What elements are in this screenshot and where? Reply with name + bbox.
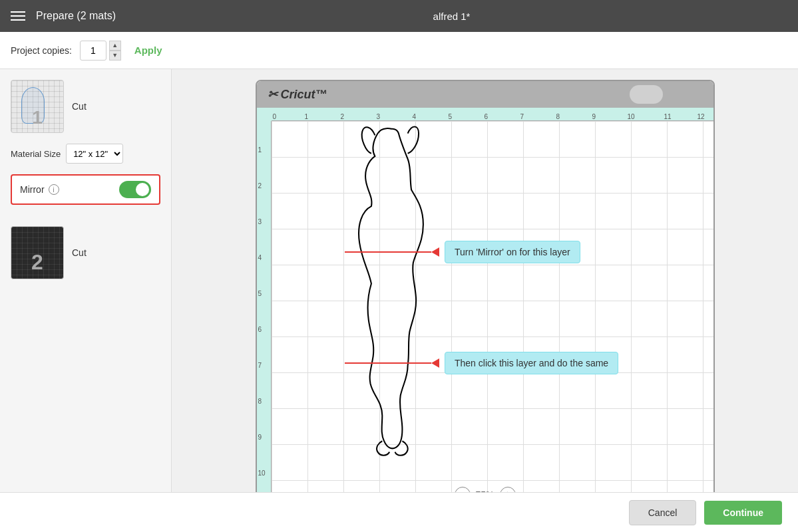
info-icon[interactable]: i [49, 184, 59, 195]
mat-body: 0 1 2 3 4 5 6 7 8 9 10 11 12 1 2 [257, 108, 713, 492]
sidebar: 1 Cut Material Size 12" x 12" 12" x 24" … [0, 69, 172, 492]
mat-label-1: Cut [72, 101, 87, 112]
top-ruler: 0 1 2 3 4 5 6 7 8 9 10 11 12 [272, 108, 713, 121]
header-title: Prepare (2 mats) [36, 10, 116, 22]
ruler-mark-10: 10 [628, 113, 635, 120]
ruler-mark-12: 12 [698, 113, 705, 120]
toggle-slider [119, 181, 151, 198]
ruler-mark-11: 11 [664, 113, 672, 120]
ruler-v-3: 3 [258, 218, 262, 225]
left-ruler: 1 2 3 4 5 6 7 8 9 10 [257, 121, 272, 492]
mirror-label-wrap: Mirror i [20, 184, 59, 195]
ruler-mark-7: 7 [520, 113, 524, 120]
zoom-in-button[interactable]: + [500, 487, 516, 492]
copies-up-button[interactable]: ▲ [109, 41, 121, 51]
zoom-control: − 75% + [454, 487, 515, 492]
ruler-v-1: 1 [258, 146, 262, 154]
copies-down-button[interactable]: ▼ [109, 51, 121, 61]
menu-icon[interactable] [11, 11, 25, 21]
main-layout: 1 Cut Material Size 12" x 12" 12" x 24" … [0, 69, 798, 492]
copies-input[interactable] [80, 41, 106, 61]
ruler-mark-8: 8 [556, 113, 560, 120]
content-area: ✂ Cricut™ 0 1 2 3 4 5 6 7 8 9 1 [172, 69, 798, 492]
mat-thumbnail-2: 2 [11, 226, 64, 279]
zoom-out-button[interactable]: − [454, 487, 470, 492]
ruler-v-10: 10 [258, 469, 266, 477]
material-size-label: Material Size [11, 149, 61, 159]
ruler-mark-1: 1 [305, 113, 309, 120]
ruler-mark-6: 6 [485, 113, 489, 120]
copies-arrows: ▲ ▼ [109, 41, 121, 61]
mat-number-2: 2 [31, 250, 43, 275]
copies-input-wrap: ▲ ▼ [80, 41, 121, 61]
project-name: alfred 1* [433, 11, 471, 22]
ruler-v-6: 6 [258, 326, 262, 333]
mat-peg [630, 85, 663, 104]
ruler-mark-5: 5 [449, 113, 453, 120]
apply-button[interactable]: Apply [129, 42, 168, 59]
zoom-value: 75% [475, 489, 494, 492]
grid-area [272, 121, 713, 492]
ruler-v-7: 7 [258, 362, 262, 369]
mat-label-2: Cut [72, 247, 87, 258]
mat-header: ✂ Cricut™ [257, 81, 713, 108]
ruler-v-2: 2 [258, 182, 262, 190]
ruler-v-8: 8 [258, 398, 262, 405]
ruler-v-9: 9 [258, 434, 262, 441]
material-size-select[interactable]: 12" x 12" 12" x 24" Custom [66, 144, 123, 164]
cancel-button[interactable]: Cancel [629, 500, 697, 525]
mat-item-1[interactable]: 1 Cut [11, 80, 160, 133]
ruler-mark-2: 2 [341, 113, 345, 120]
cat-outline [331, 124, 451, 470]
material-size-row: Material Size 12" x 12" 12" x 24" Custom [11, 144, 160, 164]
ruler-v-5: 5 [258, 290, 262, 297]
mat-item-2[interactable]: 2 Cut [11, 226, 160, 279]
mat-canvas: ✂ Cricut™ 0 1 2 3 4 5 6 7 8 9 1 [256, 80, 715, 492]
ruler-mark-9: 9 [592, 113, 596, 120]
copies-label: Project copies: [11, 45, 72, 56]
footer: Cancel Continue [0, 492, 798, 532]
mat-thumbnail-1: 1 [11, 80, 64, 133]
ruler-mark-4: 4 [413, 113, 417, 120]
mirror-label: Mirror [20, 184, 45, 195]
cricut-logo: ✂ Cricut™ [268, 87, 327, 102]
ruler-v-4: 4 [258, 254, 262, 261]
mirror-row: Mirror i [11, 174, 160, 205]
ruler-mark-3: 3 [377, 113, 381, 120]
mirror-toggle[interactable] [119, 181, 151, 198]
mat-number-1: 1 [32, 107, 43, 128]
continue-button[interactable]: Continue [704, 501, 782, 525]
toolbar: Project copies: ▲ ▼ Apply [0, 32, 798, 69]
app-header: Prepare (2 mats) alfred 1* [0, 0, 798, 32]
ruler-mark-0: 0 [273, 113, 277, 120]
